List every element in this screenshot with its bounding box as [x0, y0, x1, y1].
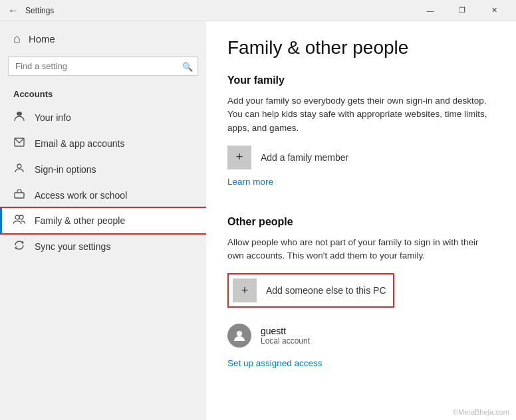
- user-name: guestt: [261, 326, 310, 336]
- email-app-label: Email & app accounts: [35, 138, 124, 149]
- svg-point-4: [15, 215, 19, 219]
- title-bar: ← Settings — ❐ ✕: [0, 0, 516, 21]
- sidebar: ⌂ Home 🔍 Accounts Your info Email & app …: [0, 21, 206, 420]
- your-family-title: Your family: [227, 74, 495, 86]
- sync-settings-label: Sync your settings: [35, 241, 110, 252]
- user-row[interactable]: guestt Local account: [227, 324, 495, 348]
- content-area: Family & other people Your family Add yo…: [206, 21, 516, 420]
- sidebar-item-your-info[interactable]: Your info: [0, 104, 206, 131]
- user-info: guestt Local account: [261, 326, 310, 346]
- watermark: ©MeraBheja.com: [453, 408, 509, 416]
- minimize-button[interactable]: —: [415, 0, 446, 21]
- user-account-type: Local account: [261, 336, 310, 346]
- sync-icon: [13, 240, 25, 253]
- work-school-icon: [13, 189, 25, 201]
- add-family-member-label: Add a family member: [261, 152, 348, 163]
- home-label: Home: [29, 33, 55, 45]
- sidebar-item-sync-settings[interactable]: Sync your settings: [0, 233, 206, 260]
- add-family-member-row: + Add a family member: [227, 146, 495, 169]
- your-family-section: Your family Add your family so everybody…: [227, 74, 495, 203]
- your-info-label: Your info: [35, 112, 71, 123]
- other-people-section: Other people Allow people who are not pa…: [227, 216, 495, 369]
- your-family-description: Add your family so everybody gets their …: [227, 94, 495, 135]
- svg-rect-3: [15, 193, 24, 198]
- svg-point-6: [237, 331, 242, 336]
- sidebar-item-access-work-school[interactable]: Access work or school: [0, 183, 206, 208]
- email-icon: [13, 138, 25, 150]
- access-work-school-label: Access work or school: [35, 190, 127, 201]
- svg-point-2: [17, 164, 21, 168]
- set-access-link[interactable]: Set up assigned access: [227, 358, 322, 368]
- family-other-people-label: Family & other people: [35, 215, 125, 226]
- search-input[interactable]: [8, 56, 198, 76]
- svg-rect-0: [17, 112, 22, 116]
- window-title: Settings: [25, 6, 415, 15]
- add-someone-button[interactable]: +: [233, 278, 257, 302]
- sidebar-item-family-other-people[interactable]: Family & other people: [0, 208, 206, 233]
- svg-point-5: [19, 215, 23, 219]
- sign-in-options-label: Sign-in options: [35, 164, 96, 175]
- add-someone-label: Add someone else to this PC: [266, 285, 386, 296]
- page-title: Family & other people: [227, 37, 495, 58]
- search-icon: 🔍: [182, 61, 193, 71]
- sidebar-item-sign-in-options[interactable]: Sign-in options: [0, 156, 206, 183]
- sidebar-search: 🔍: [8, 56, 198, 76]
- sign-in-icon: [13, 163, 25, 176]
- main-layout: ⌂ Home 🔍 Accounts Your info Email & app …: [0, 21, 516, 420]
- close-button[interactable]: ✕: [479, 0, 509, 21]
- maximize-button[interactable]: ❐: [447, 0, 477, 21]
- sidebar-home[interactable]: ⌂ Home: [0, 21, 206, 56]
- your-info-icon: [13, 111, 25, 124]
- user-avatar: [227, 324, 251, 348]
- home-icon: ⌂: [13, 32, 21, 46]
- add-family-member-button[interactable]: +: [227, 146, 251, 169]
- add-someone-row[interactable]: + Add someone else to this PC: [227, 273, 394, 308]
- other-people-description: Allow people who are not part of your fa…: [227, 236, 495, 263]
- other-people-title: Other people: [227, 216, 495, 228]
- family-icon: [13, 215, 25, 227]
- window-controls: — ❐ ✕: [415, 0, 509, 21]
- learn-more-link[interactable]: Learn more: [227, 177, 273, 187]
- accounts-section-title: Accounts: [0, 85, 206, 104]
- back-button[interactable]: ←: [7, 4, 20, 17]
- sidebar-item-email-app-accounts[interactable]: Email & app accounts: [0, 131, 206, 156]
